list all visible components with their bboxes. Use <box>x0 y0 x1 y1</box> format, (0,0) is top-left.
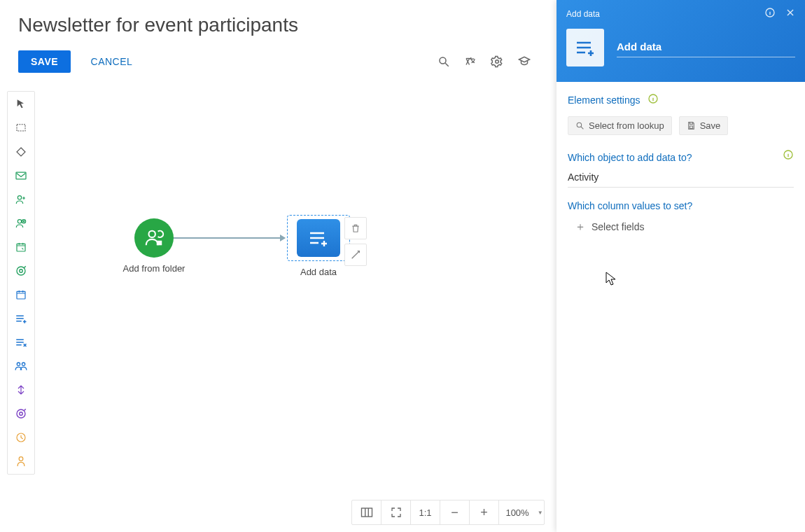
panel-header-row: Add data <box>566 7 795 20</box>
add-from-folder-tool-icon[interactable] <box>13 216 29 230</box>
panel-header: Add data <box>556 0 805 82</box>
columns-question-label: Which column values to set? <box>568 200 794 211</box>
svg-point-0 <box>440 57 446 64</box>
header-tool-icons <box>438 55 531 68</box>
panel-title-row <box>566 29 795 66</box>
timer-tool-icon[interactable] <box>13 430 29 444</box>
landing-tool-icon[interactable] <box>13 264 29 278</box>
search-icon[interactable] <box>438 55 450 68</box>
svg-point-22 <box>577 122 582 127</box>
minimap-toggle-icon[interactable] <box>352 500 382 524</box>
designer-header: Newsletter for event participants SAVE C… <box>0 0 556 73</box>
node-side-tools <box>344 217 367 266</box>
designer-canvas[interactable]: Add from folder Add data <box>42 91 556 493</box>
tool-palette <box>7 91 35 475</box>
panel-quick-actions: Select from lookup Save <box>568 116 794 135</box>
split-tool-icon[interactable] <box>13 383 29 397</box>
svg-rect-11 <box>17 291 25 299</box>
zoom-controls: 1:1 − + 100%▼ <box>351 500 545 525</box>
canvas-node-add-from-folder[interactable]: Add from folder <box>122 218 186 274</box>
info-icon[interactable] <box>648 93 659 106</box>
panel-body: Element settings Select from lookup Save… <box>556 82 805 244</box>
zoom-bar: 1:1 − + 100%▼ <box>0 500 553 525</box>
save-button[interactable]: SAVE <box>18 50 71 73</box>
svg-line-23 <box>581 127 583 129</box>
select-from-lookup-button[interactable]: Select from lookup <box>568 116 672 135</box>
svg-point-15 <box>20 412 23 416</box>
group-tool-icon[interactable] <box>13 359 29 373</box>
object-question-label: Which object to add data to? <box>568 152 692 163</box>
object-value-field[interactable]: Activity <box>568 167 794 188</box>
svg-point-10 <box>20 270 23 273</box>
close-icon[interactable] <box>785 8 795 20</box>
info-icon[interactable] <box>783 149 794 162</box>
gateway-tool-icon[interactable] <box>13 145 29 159</box>
selected-node-outline <box>287 215 350 261</box>
zoom-level-dropdown[interactable]: 100%▼ <box>499 500 544 524</box>
canvas-node-add-data[interactable]: Add data <box>287 215 350 277</box>
info-icon[interactable] <box>764 7 776 20</box>
svg-rect-4 <box>16 172 26 179</box>
email-tool-icon[interactable] <box>13 169 29 183</box>
properties-panel: Add data Element settings <box>556 0 805 532</box>
add-from-folder-node-icon <box>134 218 174 258</box>
fit-to-screen-icon[interactable] <box>382 500 411 524</box>
object-question-row: Which object to add data to? <box>568 148 794 163</box>
academy-icon[interactable] <box>517 55 531 68</box>
delete-node-button[interactable] <box>344 217 367 239</box>
select-fields-button[interactable]: ＋ Select fields <box>575 221 644 232</box>
save-element-button[interactable]: Save <box>679 116 729 135</box>
canvas-node-label: Add from folder <box>122 263 186 274</box>
svg-rect-19 <box>361 508 372 517</box>
svg-line-1 <box>445 64 449 67</box>
flow-connector[interactable] <box>173 237 285 239</box>
actual-size-button[interactable]: 1:1 <box>411 500 440 524</box>
settings-gear-icon[interactable] <box>491 55 503 68</box>
svg-rect-3 <box>17 125 25 131</box>
connect-node-button[interactable] <box>344 244 367 266</box>
svg-point-5 <box>18 196 21 200</box>
add-data-node-icon <box>297 219 340 257</box>
header-actions-row: SAVE CANCEL <box>18 50 538 73</box>
calendar-tool-icon[interactable] <box>13 240 29 254</box>
svg-point-2 <box>496 60 499 64</box>
modify-data-tool-icon[interactable] <box>13 335 29 349</box>
zoom-in-button[interactable]: + <box>470 500 499 524</box>
plus-icon: ＋ <box>575 221 586 232</box>
target-tool-icon[interactable] <box>13 407 29 421</box>
add-data-tool-icon[interactable] <box>13 312 29 326</box>
zoom-out-button[interactable]: − <box>440 500 470 524</box>
panel-header-caption: Add data <box>566 9 600 19</box>
svg-rect-8 <box>17 244 25 251</box>
svg-point-17 <box>19 457 23 461</box>
select-fields-label: Select fields <box>592 221 644 232</box>
element-settings-row: Element settings <box>568 93 794 106</box>
svg-point-12 <box>17 363 20 365</box>
svg-point-13 <box>22 363 24 365</box>
svg-rect-24 <box>690 126 692 128</box>
svg-point-18 <box>149 231 155 237</box>
lasso-tool-icon[interactable] <box>13 121 29 135</box>
event-tool-icon[interactable] <box>13 288 29 302</box>
cancel-button[interactable]: CANCEL <box>87 55 137 68</box>
save-element-label: Save <box>700 120 721 131</box>
header-left-actions: SAVE CANCEL <box>18 50 136 73</box>
element-settings-link[interactable]: Element settings <box>568 94 640 106</box>
contact-tool-icon[interactable] <box>13 454 29 468</box>
pointer-tool-icon[interactable] <box>13 97 29 111</box>
canvas-node-label: Add data <box>287 267 350 277</box>
svg-point-14 <box>17 410 25 418</box>
panel-element-icon <box>566 29 604 66</box>
element-name-input[interactable] <box>617 38 795 57</box>
localization-icon[interactable] <box>464 55 477 68</box>
page-title: Newsletter for event participants <box>18 13 538 38</box>
add-audience-tool-icon[interactable] <box>13 192 29 206</box>
select-from-lookup-label: Select from lookup <box>589 120 664 131</box>
svg-point-6 <box>18 220 21 223</box>
